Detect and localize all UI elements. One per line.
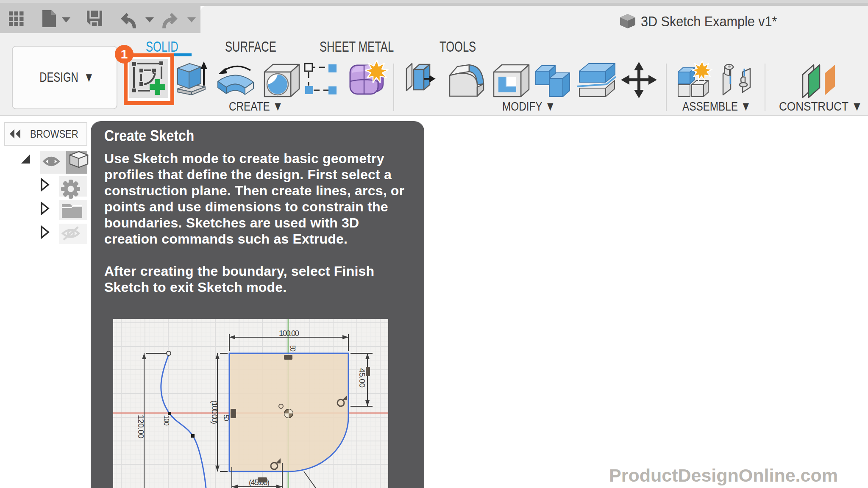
- svg-text:50: 50: [223, 415, 230, 421]
- svg-text:(100.00): (100.00): [210, 400, 219, 424]
- svg-text:45.00: 45.00: [358, 368, 367, 388]
- svg-text:100.00: 100.00: [279, 329, 299, 338]
- svg-text:100: 100: [163, 415, 170, 426]
- svg-text:50: 50: [289, 345, 296, 352]
- svg-text:120.00: 120.00: [136, 415, 145, 438]
